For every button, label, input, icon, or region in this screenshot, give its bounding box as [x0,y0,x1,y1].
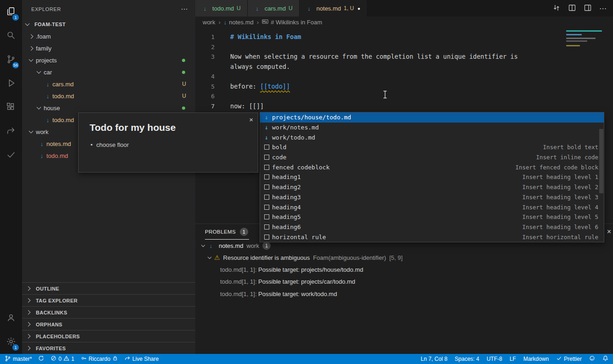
sidebar-panel-tag-explorer[interactable]: TAG EXPLORER [22,294,195,306]
status-bar: master* 0 1 Riccardo Live Share Ln 7, Co… [0,354,613,364]
tree-item-cars-md[interactable]: ↓ cars.md U [22,78,195,90]
check-icon [556,355,562,363]
activity-accounts-button[interactable] [0,306,22,330]
cursor-position-status[interactable]: Ln 7, Col 8 [421,356,448,362]
wikilink-text[interactable]: [[todo]] [260,83,290,90]
activity-settings-button[interactable]: 1 [0,330,22,354]
sync-status[interactable] [38,355,44,363]
suggestion-item[interactable]: heading6Insert heading level 6 [260,222,604,232]
tree-item-todo-md-car[interactable]: ↓ todo.md U [22,90,195,102]
chevron-right-icon [26,298,31,303]
line-number: 6 [195,91,215,101]
sidebar-panel-backlinks[interactable]: BACKLINKS [22,306,195,318]
related-info-row[interactable]: todo.md[1, 1]: Possible target: projects… [195,263,613,276]
activity-tests-button[interactable] [0,143,22,167]
git-status: U [237,5,241,11]
tab-problems[interactable]: PROBLEMS 1 [205,224,249,240]
breadcrumb-file[interactable]: ↓ notes.md [224,19,254,26]
tree-item-foam[interactable]: .foam [22,30,195,42]
suggestion-item[interactable]: heading2Insert heading level 2 [260,182,604,192]
suggestion-item[interactable]: ↓projects/house/todo.md [260,112,604,123]
check-icon [6,150,16,161]
sidebar-panel-placeholders[interactable]: PLACEHOLDERS [22,330,195,342]
problems-warning-row[interactable]: ⚠ Resource identifier is ambiguous Foam(… [195,252,613,263]
suggestion-item[interactable]: horizontal ruleInsert horizontal rule [260,232,604,242]
minimap[interactable] [566,29,608,55]
activity-search-button[interactable] [0,24,22,48]
encoding-status[interactable]: UTF-8 [487,356,502,362]
markdown-icon: ↓ [39,152,45,159]
sidebar-panel-orphans[interactable]: ORPHANS [22,318,195,330]
feedback-status[interactable] [589,355,595,363]
activity-extensions-button[interactable] [0,95,22,119]
suggest-scrollbar[interactable] [599,129,603,193]
tree-item-projects[interactable]: projects [22,54,195,66]
formatter-status[interactable]: Prettier [556,355,582,363]
suggestion-label: heading2 [272,184,301,190]
related-info-location: todo.md[1, 1]: [220,291,258,297]
suggestion-item[interactable]: codeInsert inline code [260,152,604,162]
split-editor-icon[interactable] [584,4,592,13]
suggestion-item[interactable]: fenced codeblockInsert fenced code block [260,162,604,172]
close-icon[interactable]: × [607,228,611,236]
related-info-row[interactable]: todo.md[1, 1]: Possible target: work/tod… [195,288,613,300]
tree-item-family[interactable]: family [22,42,195,54]
tab-cars-md[interactable]: ↓ cars.md U [248,0,300,17]
snippet-icon [264,165,269,170]
breadcrumb-symbol[interactable]: # Wikilinks in Foam [262,18,322,26]
activity-live-share-button[interactable] [0,119,22,143]
activity-run-debug-button[interactable] [0,72,22,95]
file-problems-badge: 1 [262,241,271,250]
markdown-icon: ↓ [45,93,51,100]
breadcrumb: work › ↓ notes.md › # Wikilinks in Foam [195,17,613,28]
suggestion-detail: Insert horizontal rule [522,234,598,241]
suggestion-item[interactable]: heading5Insert heading level 5 [260,212,604,222]
chevron-down-icon [37,105,41,110]
more-actions-icon[interactable]: ⋯ [599,4,607,13]
suggestion-item[interactable]: heading3Insert heading level 3 [260,192,604,202]
notifications-status[interactable] [602,355,608,363]
sidebar-panel-outline[interactable]: OUTLINE [22,282,195,294]
more-actions-icon[interactable]: ⋯ [181,5,188,13]
sidebar-panel-favorites[interactable]: FAVORITES [22,342,195,354]
suggestion-detail: Insert heading level 2 [522,184,598,190]
suggestion-item[interactable]: heading1Insert heading level 1 [260,172,604,182]
markdown-icon: ↓ [202,5,208,12]
eol-status[interactable]: LF [510,356,516,362]
suggestion-item[interactable]: ↓work/notes.md [260,123,604,133]
foam-dot-badge [182,71,185,74]
problems-git-status: 1, U [344,5,354,11]
live-share-status[interactable]: Live Share [125,355,159,363]
git-branch-status[interactable]: master* [5,355,32,363]
indentation-status[interactable]: Spaces: 4 [455,356,479,362]
folder-label: house [44,105,60,112]
dirty-indicator-icon[interactable]: ● [358,6,360,11]
tree-item-car[interactable]: car [22,66,195,78]
paragraph-text: always computed. [230,63,290,70]
account-name: Riccardo [89,356,110,362]
error-icon [51,355,57,363]
language-mode-status[interactable]: Markdown [523,356,549,362]
activity-source-control-button[interactable]: 56 [0,48,22,72]
snippet-icon [264,145,269,150]
breadcrumb-folder[interactable]: work [203,19,215,26]
warning-icon: ⚠ [214,254,220,261]
problems-status[interactable]: 0 1 [51,355,74,363]
paragraph-text: Now when selecting a resource from the c… [230,53,518,60]
folder-label: family [36,45,51,52]
workspace-section-header[interactable]: FOAM-TEST [22,18,195,30]
suggestion-item[interactable]: boldInsert bold text [260,142,604,152]
tab-todo-md[interactable]: ↓ todo.md U [195,0,248,17]
panel-label: FAVORITES [36,346,66,351]
live-share-account-status[interactable]: Riccardo [81,355,118,363]
compare-changes-icon[interactable] [552,4,561,13]
suggestion-item[interactable]: heading4Insert heading level 4 [260,202,604,212]
related-info-row[interactable]: todo.md[1, 1]: Possible target: projects… [195,276,613,288]
branch-icon [5,355,11,363]
open-preview-icon[interactable] [568,4,576,13]
close-icon[interactable]: × [249,116,253,123]
status-bar-right: Ln 7, Col 8 Spaces: 4 UTF-8 LF Markdown … [414,355,608,363]
activity-explorer-button[interactable]: 1 [0,0,22,24]
suggestion-item[interactable]: ↓work/todo.md [260,132,604,142]
tab-notes-md[interactable]: ↓ notes.md 1, U ● [300,0,368,17]
